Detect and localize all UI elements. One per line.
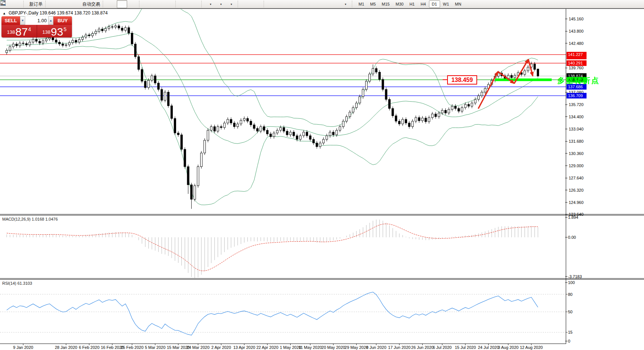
autotrading-button[interactable]: 自动交易	[80, 0, 101, 8]
templates-dropdown[interactable]: ▾	[226, 0, 236, 8]
toolbar-separator	[45, 1, 48, 7]
volume-increase-button[interactable]: ▲	[48, 16, 53, 25]
price-tick-label: 139.760	[569, 66, 584, 70]
price-tick-label: 135.720	[569, 102, 584, 107]
buy-price-display[interactable]: 138 93 5	[37, 25, 72, 37]
candle-body	[16, 44, 17, 46]
candle-body	[177, 133, 179, 135]
date-label: 6 Jul 2020	[433, 345, 452, 350]
zoom-out-icon[interactable]	[153, 0, 164, 8]
candle-body	[366, 81, 367, 89]
candle-body	[49, 37, 50, 39]
profiles-dropdown[interactable]: ▾	[215, 0, 226, 8]
cursor-icon[interactable]	[241, 0, 252, 8]
chevron-down-icon[interactable]: ▾	[345, 3, 346, 6]
candle-body	[59, 42, 60, 44]
support-highlight-bar[interactable]	[495, 79, 552, 81]
date-label: 17 Jun 2020	[388, 345, 411, 350]
date-label: 1 May 2020	[280, 345, 301, 350]
candle-body	[382, 79, 384, 89]
autotrading-button-label: 自动交易	[82, 1, 100, 7]
candle-body	[243, 119, 245, 120]
chart-title: ▲ GBPJPY-,Daily 139.646 139.674 138.720 …	[3, 10, 108, 16]
date-label: 8 Jun 2020	[366, 345, 386, 350]
label-icon[interactable]: T	[330, 0, 340, 8]
chevron-down-icon[interactable]: ▾	[220, 3, 222, 6]
candle-body	[105, 29, 106, 31]
candles-layer	[6, 24, 539, 209]
candle-body	[19, 43, 21, 46]
chart-shift-icon[interactable]	[189, 0, 200, 8]
arrows-dropdown[interactable]: ▾	[340, 0, 350, 8]
candle-body	[465, 105, 466, 108]
fibonacci-icon[interactable]: F	[309, 0, 319, 8]
date-axis: 9 Jan 202028 Jan 20206 Feb 202016 Feb 20…	[13, 344, 543, 350]
search-icon[interactable]	[622, 0, 633, 8]
tile-windows-icon[interactable]	[164, 0, 174, 8]
price-tick-label: 134.400	[569, 115, 584, 119]
date-label: 22 Apr 2020	[256, 345, 278, 350]
candle-body	[92, 33, 93, 36]
timeframe-h1[interactable]: H1	[406, 0, 417, 8]
sell-button[interactable]: SELL	[1, 16, 20, 25]
zigzag-arrows[interactable]	[478, 59, 533, 109]
community-icon[interactable]	[633, 0, 643, 8]
trendline-icon[interactable]	[288, 0, 298, 8]
candle-body	[237, 124, 238, 126]
vertical-line-icon[interactable]	[267, 0, 278, 8]
candle-body	[408, 123, 410, 127]
bar-chart-icon[interactable]	[106, 0, 117, 8]
candle-body	[45, 39, 47, 41]
chevron-down-icon[interactable]: ▾	[231, 3, 232, 6]
sell-price-display[interactable]: 138 87 4	[1, 25, 37, 37]
collapse-chart-icon[interactable]: ▲	[3, 11, 6, 15]
line-chart-icon[interactable]	[127, 0, 138, 8]
rsi-axis-label: 15	[568, 330, 572, 334]
timeframe-m1[interactable]: M1	[356, 0, 367, 8]
candle-body	[194, 186, 196, 199]
signals-icon[interactable]	[70, 0, 80, 8]
buy-price-prefix: 138	[42, 29, 50, 35]
macd-axis-label: -3.7183	[568, 274, 582, 279]
date-label: 29 May 2020	[345, 345, 369, 350]
candle-body	[412, 121, 413, 127]
new-order-button-label: 新订单	[29, 1, 43, 7]
new-chart-dropdown[interactable]: ▾	[205, 0, 215, 8]
chart-canvas[interactable]: 145.160143.800142.480139.760137.080135.7…	[0, 0, 644, 350]
candle-body	[220, 127, 222, 128]
timeframe-w1[interactable]: W1	[440, 0, 452, 8]
auto-scroll-icon[interactable]	[179, 0, 189, 8]
timeframe-d1[interactable]: D1	[429, 0, 440, 8]
chevron-down-icon[interactable]: ▾	[210, 3, 211, 6]
timeframe-m30[interactable]: M30	[393, 0, 406, 8]
candle-body	[184, 149, 186, 167]
candle-body	[270, 134, 271, 136]
timeframe-mn[interactable]: MN	[452, 0, 464, 8]
timeframe-m5[interactable]: M5	[367, 0, 379, 8]
data-window-icon[interactable]	[11, 0, 22, 8]
equidistant-channel-icon[interactable]: E	[298, 0, 309, 8]
candle-body	[438, 113, 440, 117]
zoom-in-icon[interactable]	[143, 0, 153, 8]
candle-body	[425, 118, 427, 122]
timeframe-h4[interactable]: H4	[417, 0, 429, 8]
candle-body	[333, 132, 334, 135]
crosshair-icon[interactable]	[252, 0, 262, 8]
text-icon[interactable]: A	[319, 0, 330, 8]
volume-input[interactable]	[25, 16, 48, 25]
timeframe-m15[interactable]: M15	[379, 0, 393, 8]
horizontal-line-icon[interactable]	[278, 0, 288, 8]
date-label: 13 Apr 2020	[233, 345, 255, 350]
candle-body	[39, 41, 40, 43]
price-label-141.227: 141.227	[568, 52, 583, 57]
price-callout-138459[interactable]: 138.459	[447, 75, 477, 85]
buy-button[interactable]: BUY	[53, 16, 72, 25]
gold-icon[interactable]	[49, 0, 59, 8]
new-order-button[interactable]: 新订单	[27, 0, 44, 8]
candle-body	[428, 118, 430, 122]
candlestick-icon[interactable]	[117, 0, 127, 8]
date-label: 9 Jan 2020	[13, 345, 33, 350]
volume-decrease-button[interactable]: ▼	[20, 16, 25, 25]
turning-point-label[interactable]: 多空转折点	[557, 76, 600, 86]
mql5-community-icon[interactable]	[59, 0, 70, 8]
